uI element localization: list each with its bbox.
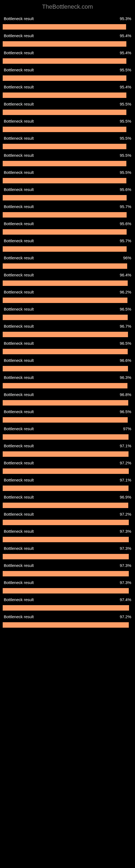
- bar-label: Bottleneck result: [4, 273, 34, 277]
- bar-track: [3, 383, 132, 389]
- bar-label: Bottleneck result: [4, 495, 34, 499]
- bar-value: 97.1%: [120, 443, 131, 448]
- bar-fill: [3, 161, 126, 166]
- bar-value: 97%: [123, 426, 131, 431]
- bar-track: [3, 58, 132, 64]
- bar-label: Bottleneck result: [4, 187, 34, 192]
- bar-row-header: Bottleneck result97.2%: [3, 512, 132, 520]
- bar-track: [3, 571, 132, 577]
- bar-row: Bottleneck result97.2%: [3, 611, 132, 628]
- bar-fill: [3, 24, 126, 30]
- bar-fill: [3, 127, 126, 132]
- bar-value: 95.4%: [120, 51, 131, 55]
- bar-fill: [3, 383, 127, 389]
- bar-fill: [3, 486, 129, 491]
- bar-row-header: Bottleneck result96.5%: [3, 341, 132, 349]
- bar-value: 95.4%: [120, 33, 131, 38]
- bar-row: Bottleneck result95.6%: [3, 218, 132, 235]
- bar-value: 97.2%: [120, 461, 131, 465]
- bar-track: [3, 622, 132, 628]
- bar-row-header: Bottleneck result96.2%: [3, 290, 132, 298]
- bar-label: Bottleneck result: [4, 290, 34, 294]
- bar-track: [3, 315, 132, 320]
- bar-value: 95.7%: [120, 204, 131, 209]
- bar-track: [3, 537, 132, 542]
- bar-row-header: Bottleneck result97.2%: [3, 461, 132, 468]
- bar-row: Bottleneck result95.5%: [3, 149, 132, 166]
- chart: Bottleneck result95.3%Bottleneck result9…: [0, 12, 135, 628]
- bar-row-header: Bottleneck result96.5%: [3, 307, 132, 315]
- bar-label: Bottleneck result: [4, 51, 34, 55]
- bar-label: Bottleneck result: [4, 153, 34, 158]
- bar-row: Bottleneck result97.3%: [3, 542, 132, 559]
- bar-track: [3, 605, 132, 611]
- bar-row: Bottleneck result95.5%: [3, 115, 132, 132]
- bar-row-header: Bottleneck result97%: [3, 426, 132, 434]
- bar-row-header: Bottleneck result95.5%: [3, 153, 132, 161]
- bar-label: Bottleneck result: [4, 409, 34, 414]
- bar-value: 97.3%: [120, 546, 131, 551]
- bar-row: Bottleneck result97.4%: [3, 593, 132, 611]
- bar-track: [3, 417, 132, 423]
- bar-fill: [3, 605, 129, 611]
- bar-row-header: Bottleneck result95.7%: [3, 204, 132, 212]
- bar-track: [3, 110, 132, 115]
- bar-track: [3, 246, 132, 252]
- bar-row: Bottleneck result95.6%: [3, 183, 132, 200]
- bar-label: Bottleneck result: [4, 546, 34, 551]
- bar-row: Bottleneck result95.4%: [3, 30, 132, 46]
- bar-fill: [3, 229, 127, 235]
- bar-track: [3, 486, 132, 491]
- bar-value: 97.2%: [120, 512, 131, 517]
- bar-value: 96.5%: [120, 409, 131, 414]
- bar-row-header: Bottleneck result95.6%: [3, 221, 132, 229]
- bar-value: 95.5%: [120, 67, 131, 72]
- bar-row: Bottleneck result95.3%: [3, 12, 132, 30]
- bar-row: Bottleneck result95.5%: [3, 98, 132, 115]
- bar-label: Bottleneck result: [4, 597, 34, 602]
- bar-value: 95.5%: [120, 170, 131, 175]
- bar-label: Bottleneck result: [4, 529, 34, 533]
- bar-row-header: Bottleneck result96.3%: [3, 375, 132, 383]
- bar-track: [3, 520, 132, 525]
- bar-label: Bottleneck result: [4, 33, 34, 38]
- bar-label: Bottleneck result: [4, 461, 34, 465]
- bar-row: Bottleneck result95.4%: [3, 46, 132, 64]
- bar-row: Bottleneck result95.7%: [3, 200, 132, 218]
- bar-row: Bottleneck result96.2%: [3, 286, 132, 303]
- bar-row: Bottleneck result95.5%: [3, 64, 132, 81]
- bar-track: [3, 178, 132, 183]
- bar-fill: [3, 144, 126, 149]
- bar-label: Bottleneck result: [4, 85, 34, 89]
- bar-row: Bottleneck result95.5%: [3, 132, 132, 149]
- bar-track: [3, 280, 132, 286]
- bar-track: [3, 24, 132, 30]
- bar-fill: [3, 434, 129, 440]
- bar-fill: [3, 246, 127, 252]
- bar-row-header: Bottleneck result95.5%: [3, 170, 132, 178]
- bar-row: Bottleneck result97.2%: [3, 457, 132, 474]
- bar-track: [3, 195, 132, 200]
- bar-fill: [3, 58, 126, 64]
- bar-fill: [3, 110, 126, 115]
- bar-value: 95.5%: [120, 102, 131, 106]
- bar-label: Bottleneck result: [4, 102, 34, 106]
- bar-row: Bottleneck result96.5%: [3, 337, 132, 354]
- bar-value: 96%: [123, 255, 131, 260]
- bar-label: Bottleneck result: [4, 221, 34, 226]
- bar-label: Bottleneck result: [4, 67, 34, 72]
- bar-row: Bottleneck result95.7%: [3, 235, 132, 252]
- bar-track: [3, 503, 132, 508]
- bar-label: Bottleneck result: [4, 136, 34, 141]
- bar-row-header: Bottleneck result95.3%: [3, 16, 132, 24]
- bar-row: Bottleneck result95.5%: [3, 166, 132, 183]
- bar-row-header: Bottleneck result97.3%: [3, 580, 132, 588]
- bar-track: [3, 400, 132, 405]
- bar-track: [3, 452, 132, 457]
- bar-row: Bottleneck result95.4%: [3, 81, 132, 98]
- bar-fill: [3, 588, 129, 593]
- bar-value: 96.9%: [120, 495, 131, 499]
- bar-value: 95.5%: [120, 153, 131, 158]
- bar-fill: [3, 349, 128, 354]
- bar-row-header: Bottleneck result97.3%: [3, 563, 132, 571]
